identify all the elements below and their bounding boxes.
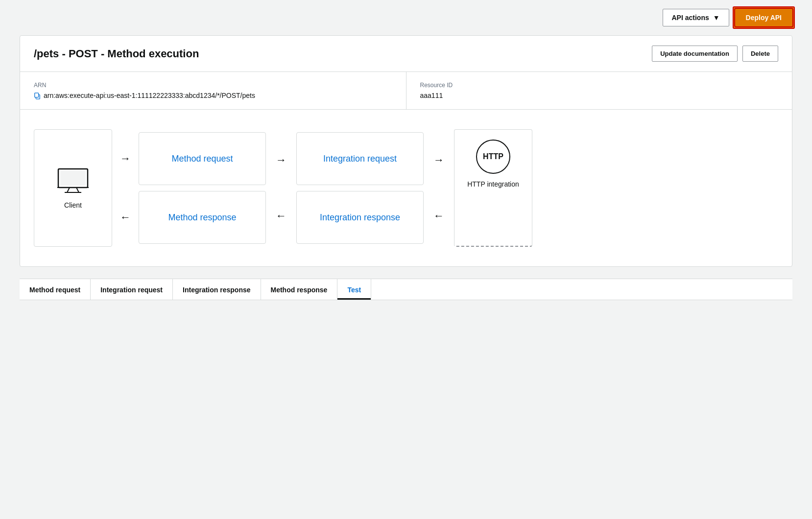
computer-icon <box>56 167 90 196</box>
arn-text: arn:aws:execute-api:us-east-1:1111222233… <box>44 92 255 99</box>
resource-id-value: aaa111 <box>420 92 779 99</box>
tab-integration-response[interactable]: Integration response <box>173 279 261 300</box>
top-bar: API actions ▼ Deploy API <box>0 0 812 35</box>
bottom-divider <box>20 300 792 300</box>
client-label: Client <box>64 201 82 209</box>
svg-rect-7 <box>60 171 86 186</box>
api-actions-label: API actions <box>672 14 709 22</box>
svg-line-5 <box>76 188 79 192</box>
svg-rect-1 <box>35 93 39 97</box>
http-circle: HTTP <box>476 140 510 174</box>
arrow-right-far-top: → <box>433 154 444 166</box>
svg-line-4 <box>67 188 70 192</box>
tab-test[interactable]: Test <box>337 279 371 300</box>
arrow-right-top: → <box>120 152 131 165</box>
integration-request-link[interactable]: Integration request <box>323 154 397 164</box>
integration-response-box[interactable]: Integration response <box>296 191 424 244</box>
update-documentation-button[interactable]: Update documentation <box>652 46 738 62</box>
deploy-api-wrapper: Deploy API <box>735 9 792 26</box>
arn-section: ARN arn:aws:execute-api:us-east-1:111122… <box>20 72 792 110</box>
resource-id-label: Resource ID <box>420 82 779 89</box>
right-method-boxes: Integration request Integration response <box>296 132 424 244</box>
method-response-link[interactable]: Method response <box>168 212 236 223</box>
deploy-api-button[interactable]: Deploy API <box>735 9 792 26</box>
delete-button[interactable]: Delete <box>742 46 778 62</box>
client-box: Client <box>34 129 112 247</box>
integration-response-link[interactable]: Integration response <box>320 212 400 223</box>
arrow-left-bottom: ← <box>120 211 131 224</box>
main-card: /pets - POST - Method execution Update d… <box>20 35 792 267</box>
http-label: HTTP <box>483 152 503 161</box>
arrow-right-middle-top: → <box>276 154 287 166</box>
arn-value-container: arn:aws:execute-api:us-east-1:1111222233… <box>34 92 392 99</box>
api-actions-button[interactable]: API actions ▼ <box>663 9 729 26</box>
card-header: /pets - POST - Method execution Update d… <box>20 36 792 72</box>
copy-icon[interactable] <box>34 93 41 99</box>
left-method-boxes: Method request Method response <box>139 132 266 244</box>
tab-method-response[interactable]: Method response <box>261 279 338 300</box>
http-integration-box: HTTP HTTP integration <box>454 129 532 247</box>
arn-label: ARN <box>34 82 392 89</box>
page-title: /pets - POST - Method execution <box>34 47 199 60</box>
method-request-link[interactable]: Method request <box>171 154 233 164</box>
integration-request-box[interactable]: Integration request <box>296 132 424 185</box>
resource-id-block: Resource ID aaa111 <box>406 72 792 109</box>
method-request-box[interactable]: Method request <box>139 132 266 185</box>
right-arrows: → ← <box>424 132 454 244</box>
tabs-bar: Method request Integration request Integ… <box>20 279 792 300</box>
diagram-section: Client → ← Method request Method respons… <box>20 110 792 266</box>
dropdown-chevron-icon: ▼ <box>713 14 720 22</box>
tab-method-request[interactable]: Method request <box>20 279 91 300</box>
header-actions: Update documentation Delete <box>652 46 778 62</box>
http-integration-label: HTTP integration <box>467 180 519 189</box>
left-arrows: → ← <box>112 129 139 247</box>
method-response-box[interactable]: Method response <box>139 191 266 244</box>
arrow-left-middle-bottom: ← <box>276 210 287 222</box>
arrow-left-far-bottom: ← <box>433 210 444 222</box>
tab-integration-request[interactable]: Integration request <box>91 279 173 300</box>
middle-arrows: → ← <box>266 132 296 244</box>
arn-block: ARN arn:aws:execute-api:us-east-1:111122… <box>20 72 406 109</box>
